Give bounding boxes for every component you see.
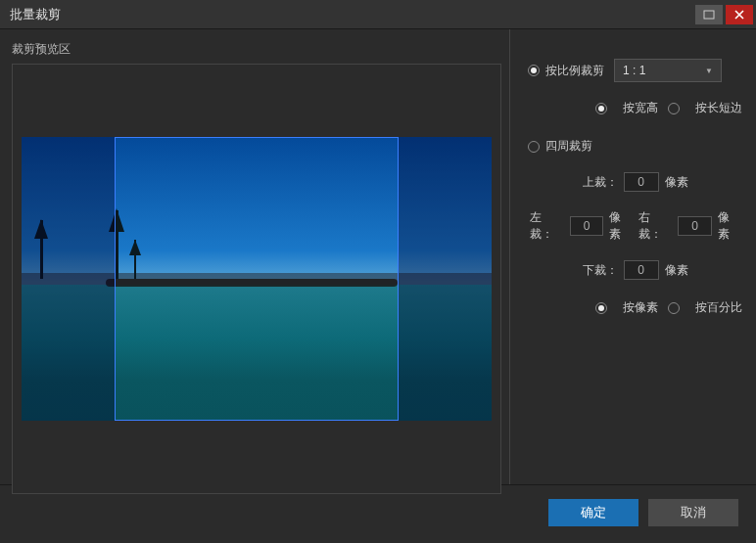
window-buttons — [695, 5, 756, 24]
by-short-label: 按长短边 — [695, 100, 742, 116]
edge-mode-row: 四周裁剪 — [528, 138, 742, 155]
content: 裁剪预览区 按比例裁剪 1 : 1 ▼ — [0, 29, 756, 484]
by-width-label: 按宽高 — [623, 100, 658, 116]
pixel-unit: 像素 — [609, 209, 632, 243]
pixel-unit: 像素 — [718, 209, 740, 243]
crop-dim-right — [399, 137, 492, 421]
ratio-select[interactable]: 1 : 1 ▼ — [614, 59, 722, 82]
top-crop-label: 上裁： — [583, 174, 618, 191]
top-crop-input[interactable]: 0 — [624, 172, 659, 192]
lr-crop-row: 左裁： 0 像素 右裁： 0 像素 — [528, 209, 742, 243]
options-panel: 按比例裁剪 1 : 1 ▼ 按宽高 按长短边 四周裁剪 上裁： 0 像素 — [509, 29, 756, 484]
by-short-radio[interactable] — [668, 103, 680, 114]
bottom-crop-row: 下裁： 0 像素 — [528, 260, 742, 280]
pixel-unit: 像素 — [665, 174, 688, 191]
left-crop-input[interactable]: 0 — [570, 216, 604, 236]
right-crop-input[interactable]: 0 — [678, 216, 712, 236]
ratio-select-value: 1 : 1 — [623, 64, 645, 77]
minimize-button[interactable] — [695, 5, 723, 24]
preview-label: 裁剪预览区 — [12, 41, 499, 58]
by-width-radio[interactable] — [595, 103, 607, 114]
edge-mode-label: 四周裁剪 — [545, 138, 592, 155]
window-title: 批量裁剪 — [0, 6, 695, 23]
preview-panel: 裁剪预览区 — [0, 29, 509, 484]
bottom-crop-label: 下裁： — [583, 262, 618, 279]
bottom-crop-input[interactable]: 0 — [624, 260, 659, 280]
unit-pixel-label: 按像素 — [623, 299, 658, 316]
svg-rect-0 — [704, 11, 714, 19]
top-crop-row: 上裁： 0 像素 — [528, 172, 742, 192]
ratio-basis-row: 按宽高 按长短边 — [528, 100, 742, 116]
ok-button[interactable]: 确定 — [548, 499, 638, 526]
left-crop-group: 左裁： 0 像素 — [530, 209, 633, 243]
close-button[interactable] — [726, 5, 753, 24]
preview-frame — [12, 64, 501, 494]
edge-inputs: 上裁： 0 像素 左裁： 0 像素 右裁： 0 像素 下裁： 0 像素 — [528, 172, 742, 280]
right-crop-group: 右裁： 0 像素 — [638, 209, 741, 243]
chevron-down-icon: ▼ — [705, 67, 713, 75]
titlebar: 批量裁剪 — [0, 0, 756, 29]
crop-selection[interactable] — [115, 137, 399, 421]
unit-percent-radio[interactable] — [668, 302, 680, 314]
ratio-mode-radio[interactable] — [528, 65, 540, 76]
ratio-mode-row: 按比例裁剪 1 : 1 ▼ — [528, 59, 742, 82]
left-crop-label: 左裁： — [530, 209, 564, 243]
right-crop-label: 右裁： — [638, 209, 673, 243]
crop-dim-left — [22, 137, 115, 421]
unit-row: 按像素 按百分比 — [528, 299, 742, 316]
cancel-button[interactable]: 取消 — [648, 499, 738, 526]
edge-mode-radio[interactable] — [528, 141, 540, 153]
unit-percent-label: 按百分比 — [695, 299, 742, 316]
preview-image[interactable] — [22, 137, 492, 421]
ratio-mode-label: 按比例裁剪 — [545, 63, 604, 79]
unit-pixel-radio[interactable] — [595, 302, 607, 314]
pixel-unit: 像素 — [665, 262, 688, 279]
